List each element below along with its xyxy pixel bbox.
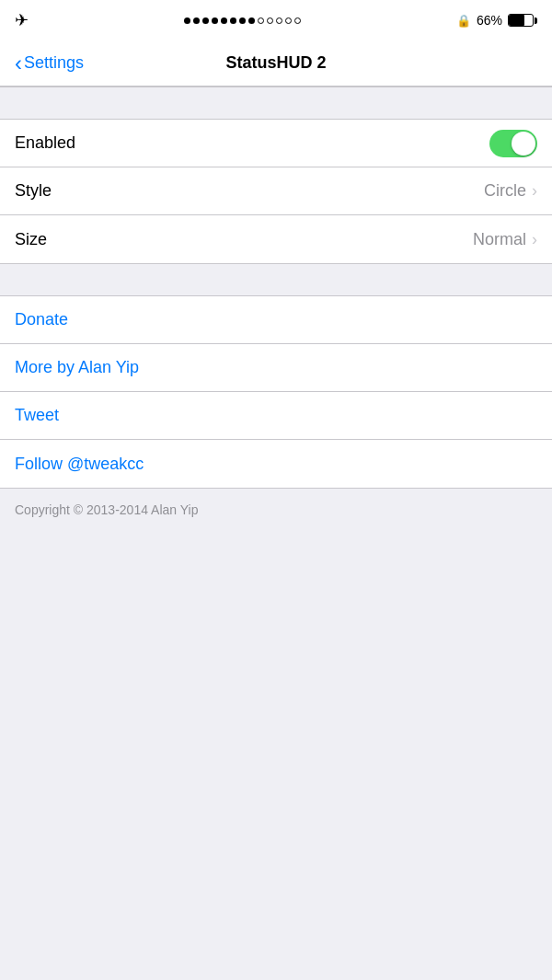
copyright-text: Copyright © 2013-2014 Alan Yip: [15, 502, 198, 517]
dot-1: [184, 17, 190, 24]
battery-tip: [535, 17, 537, 24]
links-section: Donate More by Alan Yip Tweet Follow @tw…: [0, 296, 552, 488]
status-bar: ✈ 🔒 66%: [0, 0, 552, 40]
style-label: Style: [15, 181, 52, 201]
size-value: Normal: [473, 230, 526, 249]
enabled-toggle[interactable]: [489, 130, 537, 157]
donate-label: Donate: [15, 310, 68, 329]
section-gap-top: [0, 86, 552, 120]
more-by-alan-yip-row[interactable]: More by Alan Yip: [0, 344, 552, 392]
enabled-label: Enabled: [15, 133, 75, 153]
battery-percent: 66%: [477, 13, 502, 28]
dot-11: [276, 17, 282, 24]
status-right: 🔒 66%: [456, 13, 537, 28]
follow-row[interactable]: Follow @tweakcc: [0, 440, 552, 488]
battery-icon: [508, 14, 537, 27]
size-value-container: Normal ›: [473, 230, 537, 249]
dot-4: [212, 17, 218, 24]
dot-6: [230, 17, 236, 24]
dot-13: [294, 17, 301, 24]
follow-label: Follow @tweakcc: [15, 455, 144, 474]
airplane-icon: ✈: [15, 10, 29, 30]
enabled-row: Enabled: [0, 120, 552, 167]
size-row[interactable]: Size Normal ›: [0, 215, 552, 263]
dot-10: [267, 17, 273, 24]
style-value: Circle: [484, 181, 526, 201]
dot-8: [248, 17, 255, 24]
size-chevron-icon: ›: [532, 230, 537, 249]
dot-5: [221, 17, 227, 24]
toggle-knob: [512, 132, 535, 156]
dot-7: [239, 17, 246, 24]
settings-section-1: Enabled Style Circle › Size Normal ›: [0, 120, 552, 263]
page-title: StatusHUD 2: [225, 53, 326, 73]
dot-12: [285, 17, 292, 24]
nav-bar: ‹ Settings StatusHUD 2: [0, 40, 552, 86]
dot-9: [258, 17, 264, 24]
back-button[interactable]: ‹ Settings: [15, 51, 84, 76]
battery-fill: [509, 15, 524, 26]
style-row[interactable]: Style Circle ›: [0, 167, 552, 215]
battery-body: [508, 14, 534, 27]
style-chevron-icon: ›: [532, 181, 537, 201]
style-value-container: Circle ›: [484, 181, 537, 201]
footer: Copyright © 2013-2014 Alan Yip: [0, 488, 552, 531]
bottom-gap: [0, 531, 552, 807]
tweet-label: Tweet: [15, 406, 59, 425]
donate-row[interactable]: Donate: [0, 296, 552, 344]
dot-3: [202, 17, 209, 24]
lock-icon: 🔒: [456, 14, 471, 28]
more-by-alan-yip-label: More by Alan Yip: [15, 358, 139, 377]
back-chevron-icon: ‹: [15, 51, 22, 76]
tweet-row[interactable]: Tweet: [0, 392, 552, 440]
dot-2: [193, 17, 200, 24]
back-label: Settings: [24, 53, 84, 73]
signal-dots: [184, 17, 301, 24]
section-gap-middle: [0, 263, 552, 296]
size-label: Size: [15, 230, 47, 249]
